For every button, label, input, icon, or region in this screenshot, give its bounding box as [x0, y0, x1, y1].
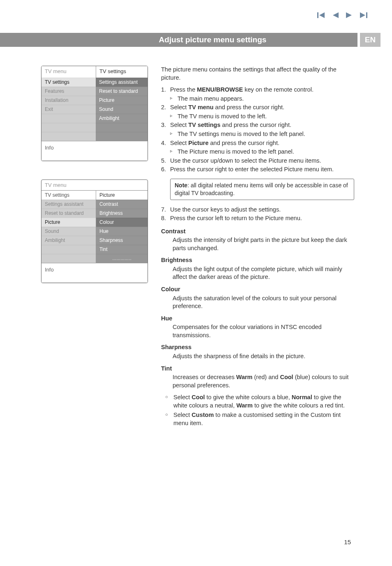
menu2-left-sound: Sound	[42, 227, 96, 236]
brightness-heading: Brightness	[161, 256, 354, 265]
tv-menu-screenshot-2: TV menu TV settings Settings assistant R…	[41, 179, 148, 283]
menu1-header-right: TV settings	[96, 66, 148, 78]
menu2-sub-left: TV settings	[42, 191, 96, 200]
menu1-right-picture: Picture	[96, 96, 148, 105]
menu2-left-reset: Reset to standard	[42, 209, 96, 218]
page-number: 15	[344, 538, 351, 545]
menu2-header: TV menu	[42, 180, 148, 190]
menu2-left-blank2	[42, 254, 96, 263]
note-head: Note	[175, 182, 187, 189]
svg-marker-2	[333, 12, 339, 18]
circle-bullet-icon: ○	[165, 393, 173, 410]
note-box: Note: all digital related menu items wil…	[170, 179, 354, 200]
menu1-info: Info	[42, 141, 148, 161]
step-3-result: The TV settings menu is moved to the lef…	[178, 130, 354, 138]
menu1-right-sound: Sound	[96, 105, 148, 114]
menu1-left-installation: Installation	[42, 96, 96, 105]
menu1-left-blank2	[42, 123, 96, 132]
svg-rect-5	[366, 12, 367, 18]
menu2-right-brightness: Brightness	[96, 209, 148, 218]
step-5-num: 5.	[161, 157, 170, 165]
hue-body: Compensates for the colour variations in…	[161, 323, 354, 339]
contrast-body: Adjusts the intensity of bright parts in…	[161, 236, 354, 252]
step-8-num: 8.	[161, 214, 170, 223]
menu2-left-settings-assistant: Settings assistant	[42, 200, 96, 209]
tint-bullet-2: ○ Select Custom to make a customised set…	[161, 411, 354, 427]
brightness-body: Adjusts the light output of the complete…	[161, 265, 354, 281]
svg-rect-0	[317, 12, 318, 18]
hue-heading: Hue	[161, 315, 354, 323]
step-5: Use the cursor up/down to select the Pic…	[170, 157, 354, 165]
sharpness-body: Adjusts the sharpness of fine details in…	[161, 352, 354, 361]
menu2-right-sharpness: Sharpness	[96, 236, 148, 245]
intro-paragraph: The picture menu contains the settings t…	[161, 66, 354, 82]
step-1: Press the MENU/BROWSE key on the remote …	[170, 86, 354, 94]
menu2-left-blank	[42, 245, 96, 254]
step-6: Press the cursor right to enter the sele…	[170, 166, 354, 174]
step-2: Select TV menu and press the cursor righ…	[170, 104, 354, 112]
tint-bullet-1: ○ Select Cool to give the white colours …	[161, 393, 354, 410]
svg-marker-4	[360, 12, 365, 18]
menu1-right-reset: Reset to standard	[96, 87, 148, 96]
menu2-right-colour: Colour	[96, 218, 148, 227]
menu2-right-contrast: Contrast	[96, 200, 148, 209]
step-2-num: 2.	[161, 104, 170, 112]
menu1-left-blank3	[42, 132, 96, 141]
menu1-right-ambilight: Ambilight	[96, 114, 148, 123]
step-4: Select Picture and press the cursor righ…	[170, 139, 354, 147]
svg-marker-1	[319, 12, 325, 18]
sharpness-heading: Sharpness	[161, 343, 354, 352]
page-title-bar: Adjust picture menu settings	[0, 33, 357, 47]
menu1-left-features: Features	[42, 87, 96, 96]
step-1-result: The main menu appears.	[178, 95, 354, 103]
triangle-icon: ▹	[170, 95, 178, 103]
step-4-result: The Picture menu is moved to the left pa…	[178, 148, 354, 156]
step-1-num: 1.	[161, 86, 170, 94]
menu1-left-blank	[42, 114, 96, 123]
colour-heading: Colour	[161, 285, 354, 294]
menu1-left-exit: Exit	[42, 105, 96, 114]
contrast-heading: Contrast	[161, 228, 354, 236]
menu1-right-blank	[96, 123, 148, 132]
menu1-header-left: TV menu	[42, 66, 96, 78]
menu2-right-hue: Hue	[96, 227, 148, 236]
step-3-num: 3.	[161, 121, 170, 129]
triangle-icon: ▹	[170, 148, 178, 156]
tv-menu-screenshot-1: TV menu TV settings TV settings Features…	[41, 66, 148, 161]
nav-controls	[317, 12, 367, 18]
prev-page-icon[interactable]	[332, 12, 339, 18]
triangle-icon: ▹	[170, 130, 178, 138]
menu1-left-tv-settings: TV settings	[42, 78, 96, 87]
note-text: : all digital related menu items will on…	[175, 182, 348, 196]
last-page-icon[interactable]	[360, 12, 367, 18]
menu1-right-settings-assistant: Settings assistant	[96, 78, 148, 87]
step-3: Select TV settings and press the cursor …	[170, 121, 354, 129]
menu2-left-picture: Picture	[42, 218, 96, 227]
step-8: Press the cursor left to return to the P…	[170, 214, 354, 223]
colour-body: Adjusts the saturation level of the colo…	[161, 295, 354, 311]
tint-intro: Increases or decreases Warm (red) and Co…	[161, 373, 354, 389]
first-page-icon[interactable]	[317, 12, 325, 18]
menu1-right-blank2	[96, 132, 148, 141]
step-4-num: 4.	[161, 139, 170, 147]
circle-bullet-icon: ○	[165, 411, 173, 427]
menu2-right-more: ..............	[96, 254, 148, 263]
menu2-info: Info	[42, 263, 148, 283]
body-text: The picture menu contains the settings t…	[161, 66, 354, 429]
svg-marker-3	[346, 12, 352, 18]
menu2-right-tint: Tint	[96, 245, 148, 254]
menu2-left-ambilight: Ambilight	[42, 236, 96, 245]
step-6-num: 6.	[161, 166, 170, 174]
menu-illustrations: TV menu TV settings TV settings Features…	[41, 66, 148, 283]
steps-list: 1.Press the MENU/BROWSE key on the remot…	[161, 86, 354, 174]
language-badge: EN	[360, 33, 380, 47]
page-title: Adjust picture menu settings	[0, 35, 357, 44]
next-page-icon[interactable]	[346, 12, 353, 18]
step-7: Use the cursor keys to adjust the settin…	[170, 206, 354, 214]
tint-heading: Tint	[161, 365, 354, 373]
menu2-sub-right: Picture	[96, 191, 148, 200]
step-2-result: The TV menu is moved to the left.	[178, 113, 354, 121]
step-7-num: 7.	[161, 206, 170, 214]
triangle-icon: ▹	[170, 113, 178, 121]
